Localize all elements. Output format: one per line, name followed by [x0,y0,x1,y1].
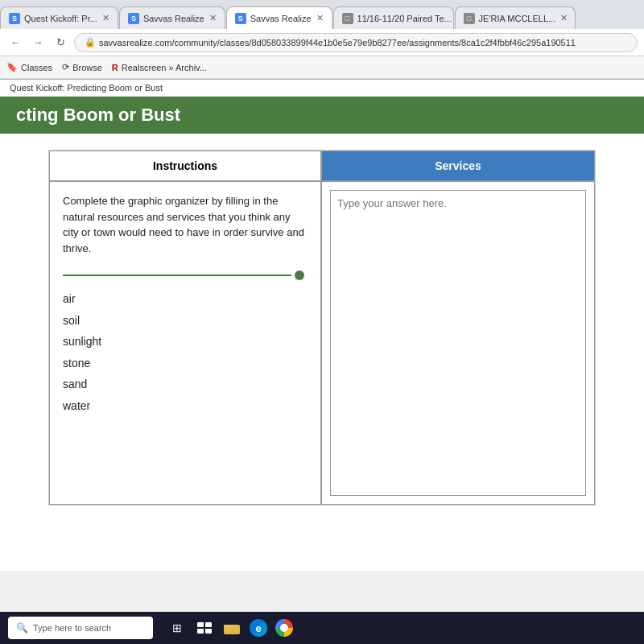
taskbar: 🔍 Type here to search ⊞ e [0,612,644,644]
tab-label-4: 11/16-11/20 Paired Te... [357,14,452,23]
breadcrumb: Quest Kickoff: Predicting Boom or Bust [0,80,644,97]
main-area: Instructions Services Complete the graph… [0,134,644,522]
tab-close-5[interactable]: ✕ [560,13,568,23]
bookmark-realscreen-label: Realscreen » Archiv... [122,63,207,72]
resource-item-soil: soil [63,310,308,332]
services-column-header: Services [322,151,594,182]
file-explorer-button[interactable] [222,618,242,638]
divider-line-left [63,275,291,276]
svg-rect-2 [197,629,204,634]
tab-close-2[interactable]: ✕ [209,13,217,23]
svg-rect-3 [205,629,212,634]
task-view-button[interactable] [195,618,214,638]
svg-rect-1 [205,622,212,627]
tab-icon-3: S [235,13,246,24]
lock-icon: 🔒 [85,37,96,47]
instructions-text: Complete the graphic organizer by fillin… [63,193,308,256]
tab-icon-2: S [128,13,139,24]
bookmark-browse-icon: ⟳ [62,62,69,72]
tab-icon-1: S [9,13,20,24]
windows-button[interactable]: ⊞ [167,618,187,638]
bookmark-browse-label: Browse [72,63,102,72]
instructions-body: Complete the graphic organizer by fillin… [50,182,322,504]
tab-label-2: Savvas Realize [143,14,204,23]
quest-header: cting Boom or Bust [0,97,644,134]
quest-header-title: cting Boom or Bust [16,105,180,125]
resource-item-sand: sand [63,374,308,395]
tab-label-3: Savvas Realize [250,14,312,23]
taskbar-icons: ⊞ e [167,618,293,638]
bookmark-realscreen-icon: R [112,63,118,72]
bookmark-classes[interactable]: 🔖 Classes [6,62,52,72]
tab-savvas-1[interactable]: S Savvas Realize ✕ [119,6,225,29]
address-bar-row: ← → ↻ 🔒 savvasrealize.com/community/clas… [0,29,644,56]
bookmark-classes-icon: 🔖 [6,62,18,72]
services-body [322,182,594,504]
bookmark-realscreen[interactable]: R Realscreen » Archiv... [112,63,207,72]
search-box-label: Type here to search [33,623,111,633]
resource-item-stone: stone [63,353,308,374]
bookmarks-bar: 🔖 Classes ⟳ Browse R Realscreen » Archiv… [0,56,644,79]
tab-close-3[interactable]: ✕ [316,13,324,23]
back-button[interactable]: ← [6,34,24,52]
tab-label-5: JE'RIA MCCLELL... [479,14,556,23]
tab-savvas-2[interactable]: S Savvas Realize ✕ [226,6,332,29]
tab-bar: S Quest Kickoff: Pr... ✕ S Savvas Realiz… [0,0,644,29]
forward-button[interactable]: → [29,34,47,52]
browser-chrome: S Quest Kickoff: Pr... ✕ S Savvas Realiz… [0,0,644,80]
tab-jeria[interactable]: □ JE'RIA MCCLELL... ✕ [455,6,576,29]
search-icon: 🔍 [16,622,28,634]
instructions-header-label: Instructions [153,159,217,172]
svg-rect-0 [197,622,204,627]
tab-label-1: Quest Kickoff: Pr... [24,14,97,23]
resource-item-sunlight: sunlight [63,331,308,353]
edge-browser-icon[interactable]: e [250,619,267,637]
tab-quest-kickoff[interactable]: S Quest Kickoff: Pr... ✕ [0,6,118,29]
tab-close-1[interactable]: ✕ [102,13,109,23]
organizer-container: Instructions Services Complete the graph… [48,150,596,506]
services-header-label: Services [435,159,481,172]
taskbar-search-box[interactable]: 🔍 Type here to search [8,617,153,639]
divider-circle [295,270,304,280]
address-text: savvasrealize.com/community/classes/8d05… [99,38,576,47]
tab-paired-text[interactable]: □ 11/16-11/20 Paired Te... ✕ [333,6,454,29]
chrome-browser-icon[interactable] [275,619,293,637]
resource-item-air: air [63,288,308,310]
svg-rect-6 [224,625,230,628]
bookmark-classes-label: Classes [21,63,52,72]
page-content: Quest Kickoff: Predicting Boom or Bust c… [0,80,644,571]
refresh-button[interactable]: ↻ [52,34,69,52]
answer-textarea[interactable] [330,190,586,496]
address-field[interactable]: 🔒 savvasrealize.com/community/classes/8d… [74,33,638,52]
tab-icon-4: □ [342,13,353,24]
instructions-column-header: Instructions [50,151,322,182]
organizer-grid: Instructions Services Complete the graph… [49,151,595,505]
resource-item-water: water [63,395,308,417]
divider [63,270,308,280]
tab-icon-5: □ [464,13,475,24]
resources-list: air soil sunlight stone sand water [63,288,308,417]
bookmark-browse[interactable]: ⟳ Browse [62,62,102,72]
